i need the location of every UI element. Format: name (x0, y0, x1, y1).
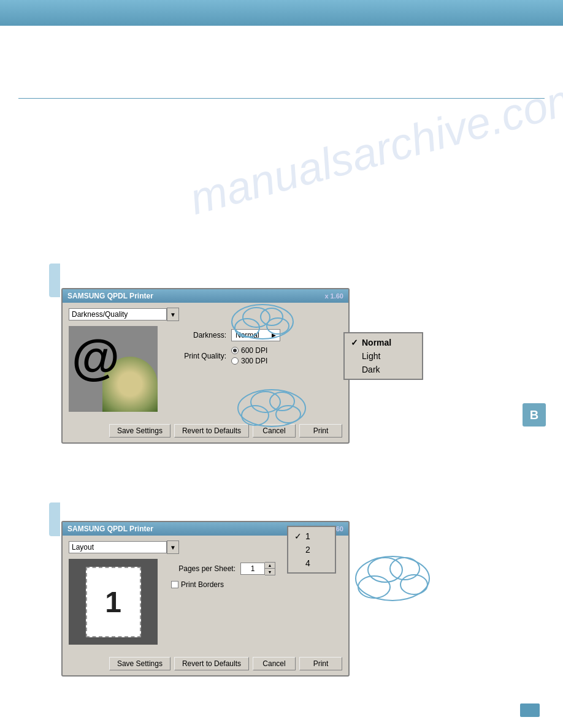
popup-light-label: Light (362, 351, 380, 361)
cloud-layout-right (350, 549, 435, 610)
dpi-600-option[interactable]: 600 DPI (231, 346, 267, 355)
svg-point-14 (390, 558, 419, 580)
dialog-top-titlebar: SAMSUNG QPDL Printer x 1.60 (63, 289, 348, 303)
pages-1-label: 1 (305, 531, 310, 541)
pages-stepper[interactable]: ▲ ▼ (240, 562, 275, 575)
stepper-down-button[interactable]: ▼ (265, 569, 275, 575)
category-dropdown-arrow[interactable]: ▼ (167, 308, 179, 321)
pages-2-label: 2 (305, 545, 310, 555)
darkness-label: Darkness: (171, 331, 226, 339)
dpi-300-option[interactable]: 300 DPI (231, 357, 267, 365)
header-bar (0, 0, 563, 26)
bottom-page-indicator (520, 703, 540, 717)
section-divider (18, 98, 545, 99)
dialog-top-version: x 1.60 (324, 292, 343, 300)
svg-point-1 (235, 319, 259, 337)
stepper-arrows: ▲ ▼ (265, 562, 275, 575)
print-button-bottom[interactable]: Print (299, 657, 342, 670)
page-preview-box: 1 (86, 567, 141, 637)
dpi-300-radio[interactable] (231, 357, 239, 365)
layout-settings-area: Pages per Sheet: ▲ ▼ Print Borders (171, 559, 275, 645)
category-dropdown[interactable]: Darkness/Quality (69, 308, 167, 320)
svg-point-7 (276, 406, 301, 423)
sidebar-tab-top (49, 264, 60, 297)
pages-popup: ✓ 1 ✓ 2 ✓ 4 (287, 526, 336, 574)
print-borders-label: Print Borders (181, 580, 224, 589)
pages-per-sheet-label: Pages per Sheet: (171, 564, 236, 573)
popup-light[interactable]: ✓ Light (345, 349, 422, 363)
print-borders-checkbox[interactable] (171, 581, 178, 588)
watermark: manualsarchive.com (185, 71, 563, 224)
dialog-top-title: SAMSUNG QPDL Printer (67, 292, 153, 300)
pages-2-option[interactable]: ✓ 2 (288, 543, 335, 556)
popup-dark-label: Dark (362, 365, 380, 374)
svg-point-9 (270, 392, 294, 411)
dpi-600-label: 600 DPI (241, 346, 267, 355)
stepper-up-button[interactable]: ▲ (265, 563, 275, 569)
print-borders-row[interactable]: Print Borders (171, 580, 275, 589)
popup-normal-label: Normal (362, 338, 391, 347)
print-quality-row: Print Quality: 600 DPI 300 DPI (171, 346, 280, 365)
pages-1-option[interactable]: ✓ 1 (288, 529, 335, 543)
dialog-bottom-footer: Save Settings Revert to Defaults Cancel … (63, 653, 348, 675)
darkness-popup: ✓ Normal ✓ Light ✓ Dark (343, 332, 423, 380)
layout-dropdown[interactable]: Layout (69, 541, 167, 553)
page-preview-number: 1 (105, 585, 121, 619)
save-settings-button-top[interactable]: Save Settings (109, 424, 170, 438)
dpi-radio-group: 600 DPI 300 DPI (231, 346, 267, 365)
svg-point-4 (261, 308, 283, 325)
popup-normal[interactable]: ✓ Normal (345, 336, 422, 349)
b-tab: B (523, 403, 546, 427)
dpi-300-label: 300 DPI (241, 357, 267, 365)
layout-dropdown-label: Layout (72, 543, 94, 552)
pages-4-label: 4 (305, 558, 310, 568)
cloud-top (226, 300, 299, 346)
cancel-button-bottom[interactable]: Cancel (253, 657, 296, 670)
at-symbol-icon: @ (72, 329, 120, 385)
pages-4-option[interactable]: ✓ 4 (288, 556, 335, 570)
pages-stepper-input[interactable] (240, 563, 265, 575)
pages-per-sheet-row: Pages per Sheet: ▲ ▼ (171, 562, 275, 575)
print-preview-image: @ (69, 326, 158, 412)
category-dropdown-label: Darkness/Quality (72, 310, 128, 319)
dialog-bottom-title: SAMSUNG QPDL Printer (67, 525, 153, 533)
popup-dark[interactable]: ✓ Dark (345, 363, 422, 376)
save-settings-button-bottom[interactable]: Save Settings (109, 657, 170, 670)
cloud-bottom-top-dialog (232, 385, 312, 434)
print-quality-label: Print Quality: (171, 352, 226, 360)
svg-point-2 (267, 318, 289, 334)
layout-preview-image: 1 (69, 559, 158, 645)
check-normal-icon: ✓ (351, 338, 358, 347)
layout-dropdown-arrow[interactable]: ▼ (167, 540, 179, 554)
revert-defaults-button-bottom[interactable]: Revert to Defaults (174, 657, 249, 670)
dpi-600-radio[interactable] (231, 347, 239, 354)
category-dropdown-row: Darkness/Quality ▼ (69, 308, 342, 321)
sidebar-tab-bottom (49, 502, 60, 536)
pages-1-check-icon: ✓ (294, 531, 302, 541)
